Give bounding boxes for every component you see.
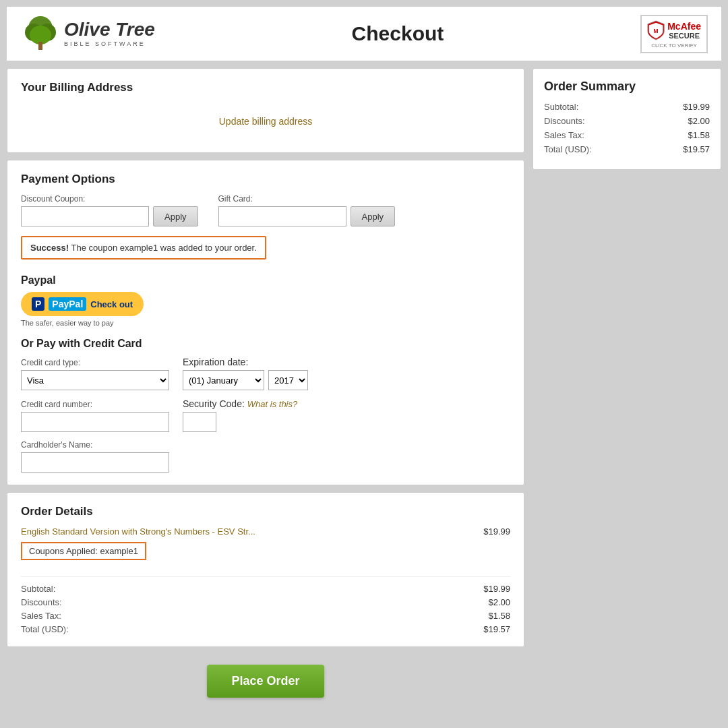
summary-subtotal-label: Subtotal: bbox=[544, 102, 578, 112]
details-tax-label: Sales Tax: bbox=[21, 611, 61, 621]
logo-tree-icon bbox=[20, 13, 61, 54]
place-order-container: Place Order bbox=[7, 665, 524, 711]
giftcard-input[interactable] bbox=[218, 206, 346, 226]
summary-total-row: Total (USD): $19.57 bbox=[544, 144, 710, 154]
details-divider bbox=[21, 576, 510, 577]
discount-coupon-group: Discount Coupon: Apply bbox=[21, 194, 198, 226]
cardholder-group: Cardholder's Name: bbox=[21, 440, 510, 473]
cc-type-label: Credit card type: bbox=[21, 358, 169, 367]
security-label-row: Security Code: What is this? bbox=[183, 398, 297, 409]
order-summary-panel: Order Summary Subtotal: $19.99 Discounts… bbox=[533, 68, 721, 170]
details-tax-row: Sales Tax: $1.58 bbox=[21, 611, 510, 621]
cc-type-exp-row: Credit card type: Visa Mastercard Americ… bbox=[21, 357, 510, 390]
mcafee-brand: McAfee bbox=[667, 21, 701, 32]
security-code-label: Security Code: bbox=[183, 398, 245, 409]
update-billing-link[interactable]: Update billing address bbox=[21, 102, 510, 140]
coupon-input[interactable] bbox=[21, 206, 149, 226]
summary-tax-label: Sales Tax: bbox=[544, 130, 584, 140]
security-code-group: Security Code: What is this? bbox=[183, 398, 297, 432]
order-details-title: Order Details bbox=[21, 505, 510, 518]
right-column: Order Summary Subtotal: $19.99 Discounts… bbox=[533, 68, 721, 170]
svg-text:M: M bbox=[654, 27, 659, 34]
summary-discounts-label: Discounts: bbox=[544, 116, 585, 126]
paypal-btn-text: Check out bbox=[90, 299, 133, 309]
mcafee-logo: M McAfee SECURE bbox=[647, 20, 701, 41]
success-text: The coupon example1 was added to your or… bbox=[71, 243, 256, 253]
mcafee-text-group: McAfee SECURE bbox=[667, 21, 701, 40]
paypal-section-label: Paypal bbox=[21, 274, 510, 286]
billing-section-title: Your Billing Address bbox=[21, 81, 510, 94]
header: Olive Tree BIBLE SOFTWARE Checkout M McA… bbox=[7, 7, 721, 61]
page-title: Checkout bbox=[155, 22, 640, 45]
giftcard-label: Gift Card: bbox=[218, 194, 396, 204]
details-total-row: Total (USD): $19.57 bbox=[21, 624, 510, 634]
exp-year-select[interactable]: 2017 2018 2019 2020 bbox=[268, 370, 308, 390]
gift-card-group: Gift Card: Apply bbox=[218, 194, 396, 226]
details-discounts-value: $2.00 bbox=[488, 597, 510, 607]
place-order-button[interactable]: Place Order bbox=[207, 665, 324, 698]
order-item-row: English Standard Version with Strong's N… bbox=[21, 526, 510, 537]
cc-type-select[interactable]: Visa Mastercard American Express bbox=[21, 370, 169, 390]
summary-tax-row: Sales Tax: $1.58 bbox=[544, 130, 710, 140]
summary-total-value: $19.57 bbox=[683, 144, 710, 154]
cc-number-label: Credit card number: bbox=[21, 400, 169, 409]
success-bold: Success! bbox=[30, 243, 69, 253]
details-tax-value: $1.58 bbox=[488, 611, 510, 621]
giftcard-apply-button[interactable]: Apply bbox=[351, 206, 396, 226]
success-message: Success! The coupon example1 was added t… bbox=[21, 236, 266, 260]
coupon-label: Discount Coupon: bbox=[21, 194, 198, 204]
payment-options-panel: Payment Options Discount Coupon: Apply G… bbox=[7, 160, 524, 485]
details-subtotal-value: $19.99 bbox=[483, 584, 510, 594]
exp-month-select[interactable]: (01) January (02) February (03) March (0… bbox=[183, 370, 264, 390]
mcafee-badge[interactable]: M McAfee SECURE CLICK TO VERIFY bbox=[640, 15, 708, 53]
paypal-p-icon: P bbox=[32, 297, 44, 311]
main-content: Your Billing Address Update billing addr… bbox=[7, 68, 721, 711]
order-item-link[interactable]: English Standard Version with Strong's N… bbox=[21, 526, 255, 537]
details-discounts-row: Discounts: $2.00 bbox=[21, 597, 510, 607]
summary-discounts-row: Discounts: $2.00 bbox=[544, 116, 710, 126]
payment-section-title: Payment Options bbox=[21, 173, 510, 186]
cardholder-label: Cardholder's Name: bbox=[21, 440, 510, 450]
coupon-input-row: Apply bbox=[21, 206, 198, 226]
logo-text: Olive Tree BIBLE SOFTWARE bbox=[64, 20, 155, 47]
cc-number-input[interactable] bbox=[21, 412, 169, 432]
logo-sub: BIBLE SOFTWARE bbox=[64, 40, 155, 47]
cc-number-group: Credit card number: bbox=[21, 400, 169, 432]
mcafee-secure: SECURE bbox=[667, 32, 701, 40]
billing-address-panel: Your Billing Address Update billing addr… bbox=[7, 68, 524, 153]
coupon-giftcard-row: Discount Coupon: Apply Gift Card: Apply bbox=[21, 194, 510, 226]
summary-subtotal-row: Subtotal: $19.99 bbox=[544, 102, 710, 112]
order-item-price: $19.99 bbox=[483, 526, 510, 537]
what-is-this-link[interactable]: What is this? bbox=[247, 399, 297, 409]
mcafee-click-text: CLICK TO VERIFY bbox=[647, 42, 701, 49]
details-subtotal-label: Subtotal: bbox=[21, 584, 55, 594]
coupon-apply-button[interactable]: Apply bbox=[153, 206, 198, 226]
details-total-label: Total (USD): bbox=[21, 624, 69, 634]
mcafee-shield-icon: M bbox=[647, 20, 665, 41]
paypal-tagline: The safer, easier way to pay bbox=[21, 319, 510, 327]
cc-number-security-row: Credit card number: Security Code: What … bbox=[21, 398, 510, 432]
security-code-input[interactable] bbox=[183, 412, 216, 432]
credit-card-section-label: Or Pay with Credit Card bbox=[21, 338, 510, 350]
coupons-applied-badge: Coupons Applied: example1 bbox=[21, 542, 146, 560]
giftcard-input-row: Apply bbox=[218, 206, 396, 226]
paypal-checkout-button[interactable]: P PayPal Check out bbox=[21, 292, 144, 316]
paypal-pal-icon: PayPal bbox=[49, 297, 86, 311]
order-summary-title: Order Summary bbox=[544, 80, 710, 94]
summary-tax-value: $1.58 bbox=[688, 130, 710, 140]
logo: Olive Tree BIBLE SOFTWARE bbox=[20, 13, 155, 54]
order-details-panel: Order Details English Standard Version w… bbox=[7, 492, 524, 647]
svg-rect-4 bbox=[38, 42, 42, 50]
exp-label: Expiration date: bbox=[183, 357, 308, 367]
exp-selects-row: (01) January (02) February (03) March (0… bbox=[183, 370, 308, 390]
cardholder-input[interactable] bbox=[21, 452, 169, 473]
summary-subtotal-value: $19.99 bbox=[683, 102, 710, 112]
cc-type-group: Credit card type: Visa Mastercard Americ… bbox=[21, 358, 169, 390]
expiration-group: Expiration date: (01) January (02) Febru… bbox=[183, 357, 308, 390]
summary-total-label: Total (USD): bbox=[544, 144, 592, 154]
details-subtotal-row: Subtotal: $19.99 bbox=[21, 584, 510, 594]
details-discounts-label: Discounts: bbox=[21, 597, 62, 607]
svg-point-3 bbox=[30, 26, 51, 44]
logo-name: Olive Tree bbox=[64, 20, 155, 39]
left-column: Your Billing Address Update billing addr… bbox=[7, 68, 524, 711]
